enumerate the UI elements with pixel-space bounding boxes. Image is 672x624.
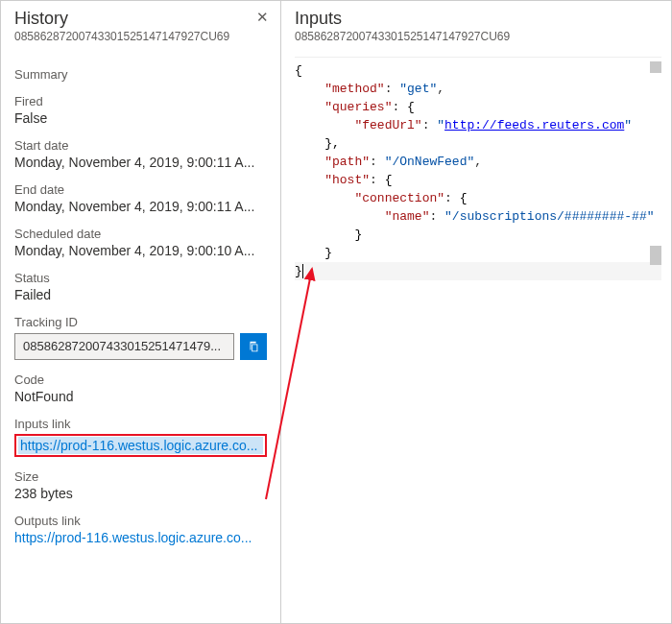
copy-icon — [247, 340, 260, 353]
outputs-link-label: Outputs link — [14, 514, 267, 528]
tracking-id-input[interactable]: 085862872007433015251471479... — [14, 333, 234, 360]
code-label: Code — [14, 372, 267, 387]
scrollbar-thumb-side[interactable] — [650, 246, 661, 265]
history-title: History — [14, 9, 267, 29]
code-value: NotFound — [14, 389, 267, 404]
inputs-run-id: 08586287200743301525147147927CU69 — [295, 30, 658, 43]
scrollbar-thumb-top[interactable] — [650, 61, 661, 73]
history-pane: History 08586287200743301525147147927CU6… — [1, 1, 281, 623]
size-value: 238 bytes — [14, 486, 267, 501]
summary-label: Summary — [14, 67, 267, 82]
scheduled-date-label: Scheduled date — [14, 227, 267, 241]
status-label: Status — [14, 271, 267, 285]
json-viewer[interactable]: { "method": "get", "queries": { "feedUrl… — [295, 57, 661, 623]
scheduled-date-value: Monday, November 4, 2019, 9:00:10 A... — [14, 243, 267, 258]
size-label: Size — [14, 469, 267, 484]
inputs-title: Inputs — [295, 9, 658, 29]
copy-button[interactable] — [240, 333, 267, 360]
inputs-link[interactable]: https://prod-116.westus.logic.azure.co..… — [18, 437, 263, 454]
history-run-id: 08586287200743301525147147927CU69 — [14, 30, 267, 43]
close-icon[interactable]: ✕ — [256, 9, 269, 26]
inputs-link-label: Inputs link — [14, 417, 267, 431]
history-header: History 08586287200743301525147147927CU6… — [1, 1, 280, 49]
fired-label: Fired — [14, 94, 267, 108]
inputs-header: Inputs 08586287200743301525147147927CU69 — [281, 1, 671, 49]
fired-value: False — [14, 110, 267, 126]
outputs-link[interactable]: https://prod-116.westus.logic.azure.co..… — [14, 530, 267, 545]
start-date-value: Monday, November 4, 2019, 9:00:11 A... — [14, 155, 267, 170]
tracking-id-label: Tracking ID — [14, 315, 267, 329]
status-value: Failed — [14, 287, 267, 302]
start-date-label: Start date — [14, 138, 267, 153]
inputs-pane: Inputs 08586287200743301525147147927CU69… — [281, 1, 671, 623]
end-date-label: End date — [14, 182, 267, 197]
inputs-link-highlight: https://prod-116.westus.logic.azure.co..… — [14, 434, 267, 457]
end-date-value: Monday, November 4, 2019, 9:00:11 A... — [14, 199, 267, 214]
